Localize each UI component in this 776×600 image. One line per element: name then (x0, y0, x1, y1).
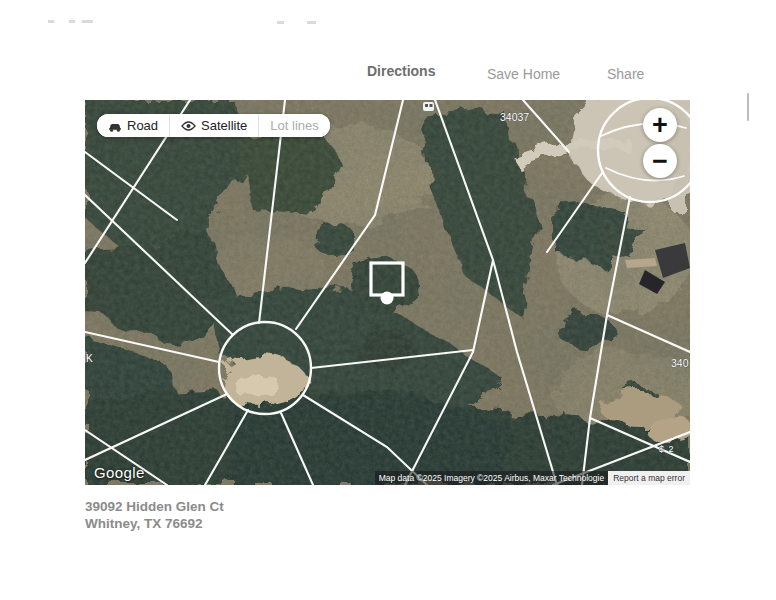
zoom-out-button[interactable]: − (643, 144, 677, 178)
save-home-button[interactable]: Save Home (487, 66, 560, 82)
google-logo[interactable]: Google (94, 464, 145, 481)
parcel-label-top: 34037 (500, 111, 529, 123)
share-button[interactable]: Share (607, 66, 644, 82)
map-container[interactable]: 34037 340 $ 2 K Road Satelli (85, 100, 690, 485)
cropped-text-fragment (82, 20, 93, 23)
map-attribution: Map data ©2025 Imagery ©2025 Airbus, Max… (375, 471, 690, 485)
cropped-text-fragment (307, 21, 316, 24)
address-line2: Whitney, TX 76692 (85, 515, 224, 532)
satellite-view-label: Satellite (201, 118, 247, 133)
lot-lines-label: Lot lines (270, 118, 318, 133)
map-type-bar: Road Satellite Lot lines (97, 114, 330, 137)
eye-icon (181, 121, 196, 131)
cropped-text-fragment (48, 20, 54, 23)
report-map-error-link[interactable]: Report a map error (608, 471, 690, 485)
cropped-text-fragment (69, 20, 75, 23)
road-view-button[interactable]: Road (97, 114, 169, 137)
directions-button[interactable]: Directions (367, 63, 435, 79)
road-view-label: Road (127, 118, 158, 133)
satellite-view-button[interactable]: Satellite (169, 114, 258, 137)
lot-lines-button[interactable]: Lot lines (258, 114, 329, 137)
satellite-imagery: 34037 340 $ 2 K (85, 100, 690, 485)
street-label: K (86, 353, 93, 364)
cropped-text-fragment (277, 21, 284, 24)
zoom-in-button[interactable]: + (643, 108, 677, 142)
scrollbar-fragment[interactable] (747, 93, 749, 121)
address-line1: 39092 Hidden Glen Ct (85, 498, 224, 515)
car-icon (108, 120, 122, 132)
map-poi-icon (423, 102, 434, 111)
attribution-text: Map data ©2025 Imagery ©2025 Airbus, Max… (375, 471, 608, 485)
property-address: 39092 Hidden Glen Ct Whitney, TX 76692 (85, 498, 224, 532)
price-label: $ 2 (659, 444, 675, 454)
parcel-label-right: 340 (671, 357, 689, 369)
